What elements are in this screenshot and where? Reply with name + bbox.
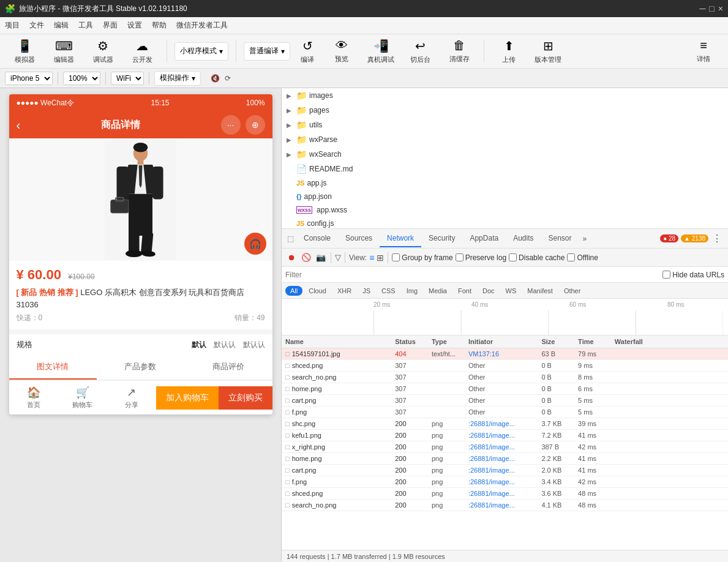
menu-project[interactable]: 项目 <box>5 20 20 31</box>
inspect-btn[interactable]: ⬚ <box>284 233 296 245</box>
view-list-btn[interactable]: ≡ <box>369 253 374 263</box>
group-by-frame-check[interactable]: Group by frame <box>392 253 452 262</box>
hide-data-urls-check[interactable]: Hide data URLs <box>662 271 724 279</box>
zoom-select[interactable]: 100% <box>63 72 100 85</box>
table-row[interactable]: □ home.png 200 png :26881/image... 2.2 K… <box>282 453 728 465</box>
simulator-btn[interactable]: 📱 模拟器 <box>7 36 42 67</box>
tab-product-review[interactable]: 商品评价 <box>184 355 272 380</box>
search-nav-icon[interactable]: ⊕ <box>246 115 265 135</box>
type-font[interactable]: Font <box>453 286 476 296</box>
file-pages[interactable]: ▶ 📁 pages <box>282 103 728 118</box>
spec-opt-3[interactable]: 默认认 <box>243 340 265 350</box>
table-row[interactable]: □ f.png 200 png :26881/image... 3.4 KB 4… <box>282 476 728 488</box>
file-appwxss[interactable]: ▶ wxss app.wxss <box>282 203 728 217</box>
type-all[interactable]: All <box>285 286 302 296</box>
compile-btn[interactable]: ↺ 编译 <box>295 36 320 67</box>
table-row[interactable]: □ shced.png 307 Other 0 B 9 ms <box>282 360 728 372</box>
tab-appdata[interactable]: AppData <box>462 230 506 247</box>
type-js[interactable]: JS <box>358 286 375 296</box>
menu-wechat[interactable]: 微信开发者工具 <box>176 20 228 31</box>
file-wxsearch[interactable]: ▶ 📁 wxSearch <box>282 147 728 162</box>
type-xhr[interactable]: XHR <box>332 286 356 296</box>
clearcache-btn[interactable]: 🗑 清缓存 <box>442 36 476 67</box>
network-select[interactable]: WiFi <box>111 72 144 85</box>
menu-help[interactable]: 帮助 <box>152 20 167 31</box>
table-row[interactable]: □ home.png 307 Other 0 B 6 ms <box>282 383 728 395</box>
cloud-btn[interactable]: ☁ 云开发 <box>125 36 159 67</box>
preview-btn[interactable]: 👁 预览 <box>325 36 359 67</box>
tab-product-params[interactable]: 产品参数 <box>97 355 184 380</box>
realdev-btn[interactable]: 📲 真机调试 <box>364 36 398 67</box>
type-manifest[interactable]: Manifest <box>522 286 558 296</box>
table-row[interactable]: □ search_no.png 307 Other 0 B 8 ms <box>282 372 728 383</box>
type-doc[interactable]: Doc <box>478 286 500 296</box>
nav-share[interactable]: ↗ 分享 <box>107 386 156 410</box>
upload-btn[interactable]: ⬆ 上传 <box>492 36 526 67</box>
nav-cart[interactable]: 🛒 购物车 <box>58 386 107 410</box>
spec-opt-1[interactable]: 默认 <box>192 340 206 350</box>
col-status[interactable]: Status <box>395 338 432 345</box>
tab-sources[interactable]: Sources <box>338 230 380 247</box>
spec-opt-2[interactable]: 默认认 <box>214 340 236 350</box>
add-to-cart-btn[interactable]: 加入购物车 <box>156 386 219 410</box>
menu-tools[interactable]: 工具 <box>78 20 93 31</box>
table-row[interactable]: □ kefu1.png 200 png :26881/image... 7.2 … <box>282 430 728 441</box>
more-icon[interactable]: ··· <box>221 115 241 135</box>
col-time[interactable]: Time <box>578 338 615 345</box>
tab-more[interactable]: » <box>579 232 591 245</box>
file-configjs[interactable]: ▶ JS config.js <box>282 217 728 229</box>
file-wxparse[interactable]: ▶ 📁 wxParse <box>282 132 728 147</box>
details-btn[interactable]: ≡ 详情 <box>686 36 721 67</box>
tab-sensor[interactable]: Sensor <box>541 230 579 247</box>
debugger-btn[interactable]: ⚙ 调试器 <box>86 36 120 67</box>
headphone-btn[interactable]: 🎧 <box>244 233 266 255</box>
versionmgr-btn[interactable]: ⊞ 版本管理 <box>531 36 565 67</box>
col-size[interactable]: Size <box>541 338 578 345</box>
mode-dropdown[interactable]: 小程序模式 ▾ <box>174 42 228 61</box>
table-row[interactable]: □ shced.png 200 png :26881/image... 3.6 … <box>282 488 728 500</box>
maximize-btn[interactable]: □ <box>709 4 714 13</box>
file-appjs[interactable]: ▶ JS app.js <box>282 176 728 190</box>
type-img[interactable]: Img <box>402 286 422 296</box>
devtools-menu-btn[interactable]: ⋮ <box>708 233 726 244</box>
buy-now-btn[interactable]: 立刻购买 <box>219 386 272 410</box>
nav-home[interactable]: 🏠 首页 <box>9 386 58 410</box>
menu-file[interactable]: 文件 <box>29 20 44 31</box>
file-appjson[interactable]: ▶ {} app.json <box>282 190 728 203</box>
table-row[interactable]: □ x_right.png 200 png :26881/image... 38… <box>282 441 728 453</box>
disable-cache-check[interactable]: Disable cache <box>509 253 565 262</box>
translate-dropdown[interactable]: 普通编译 ▾ <box>244 42 290 61</box>
preserve-log-check[interactable]: Preserve log <box>456 253 506 262</box>
clear-btn[interactable]: 🚫 <box>300 252 312 264</box>
back-btn[interactable]: ‹ <box>17 118 21 132</box>
menu-settings[interactable]: 设置 <box>127 20 142 31</box>
tab-network[interactable]: Network <box>380 230 421 247</box>
backend-btn[interactable]: ↩ 切后台 <box>403 36 437 67</box>
type-cloud[interactable]: Cloud <box>304 286 331 296</box>
view-group-btn[interactable]: ⊞ <box>377 253 384 263</box>
device-select[interactable]: iPhone 5 <box>5 72 53 85</box>
filter-input[interactable] <box>285 271 658 279</box>
close-btn[interactable]: × <box>718 4 723 13</box>
camera-btn[interactable]: 📷 <box>315 252 327 264</box>
menu-edit[interactable]: 编辑 <box>54 20 69 31</box>
menu-ui[interactable]: 界面 <box>103 20 118 31</box>
tab-console[interactable]: Console <box>296 230 338 247</box>
action-dropdown[interactable]: 模拟操作 ▾ <box>154 71 201 86</box>
tab-security[interactable]: Security <box>421 230 462 247</box>
sound-icon[interactable]: 🔇 <box>211 74 220 83</box>
net-filter-btn[interactable]: ▽ <box>335 253 341 262</box>
tab-audits[interactable]: Audits <box>506 230 541 247</box>
file-images[interactable]: ▶ 📁 images <box>282 88 728 103</box>
table-row[interactable]: □ cart.png 200 png :26881/image... 2.0 K… <box>282 465 728 476</box>
type-other[interactable]: Other <box>559 286 586 296</box>
orientation-icon[interactable]: ⟳ <box>225 74 231 83</box>
type-ws[interactable]: WS <box>501 286 522 296</box>
record-btn[interactable]: ⏺ <box>285 252 298 264</box>
file-readme[interactable]: ▶ 📄 README.md <box>282 162 728 176</box>
file-utils[interactable]: ▶ 📁 utils <box>282 118 728 132</box>
table-row[interactable]: □ shc.png 200 png :26881/image... 3.7 KB… <box>282 418 728 430</box>
editor-btn[interactable]: ⌨ 编辑器 <box>47 36 81 67</box>
col-waterfall[interactable]: Waterfall <box>615 338 724 345</box>
col-type[interactable]: Type <box>432 338 468 345</box>
